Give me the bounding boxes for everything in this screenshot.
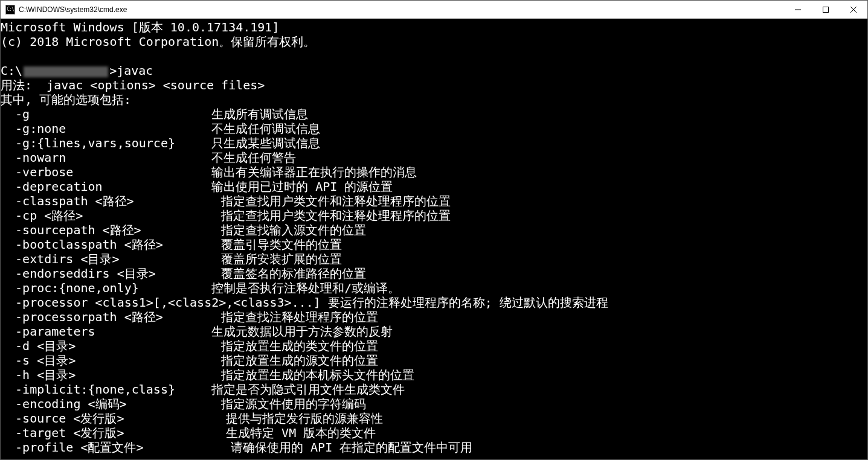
minimize-button[interactable] bbox=[784, 1, 812, 18]
version-line: Microsoft Windows [版本 10.0.17134.191] bbox=[1, 20, 279, 34]
prompt-command: >javac bbox=[109, 63, 153, 78]
close-button[interactable] bbox=[840, 1, 867, 18]
options-intro: 其中, 可能的选项包括: bbox=[1, 92, 131, 107]
window-controls bbox=[784, 1, 867, 18]
redacted-path bbox=[24, 66, 108, 77]
cmd-window: C:\ C:\WINDOWS\system32\cmd.exe Microsof… bbox=[0, 0, 868, 460]
copyright-line: (c) 2018 Microsoft Corporation。保留所有权利。 bbox=[1, 34, 315, 49]
options-list: -g 生成所有调试信息 -g:none 不生成任何调试信息 -g:{lines,… bbox=[1, 107, 867, 455]
close-icon bbox=[850, 7, 857, 13]
window-title: C:\WINDOWS\system32\cmd.exe bbox=[19, 5, 784, 14]
minimize-icon bbox=[795, 7, 801, 13]
terminal-output[interactable]: Microsoft Windows [版本 10.0.17134.191] (c… bbox=[1, 19, 867, 459]
cmd-icon: C:\ bbox=[5, 5, 15, 14]
prompt-prefix: C:\ bbox=[1, 63, 22, 78]
titlebar[interactable]: C:\ C:\WINDOWS\system32\cmd.exe bbox=[1, 1, 867, 19]
maximize-button[interactable] bbox=[812, 1, 840, 18]
svg-rect-1 bbox=[823, 7, 829, 12]
maximize-icon bbox=[823, 7, 829, 13]
usage-line: 用法: javac <options> <source files> bbox=[1, 78, 265, 92]
